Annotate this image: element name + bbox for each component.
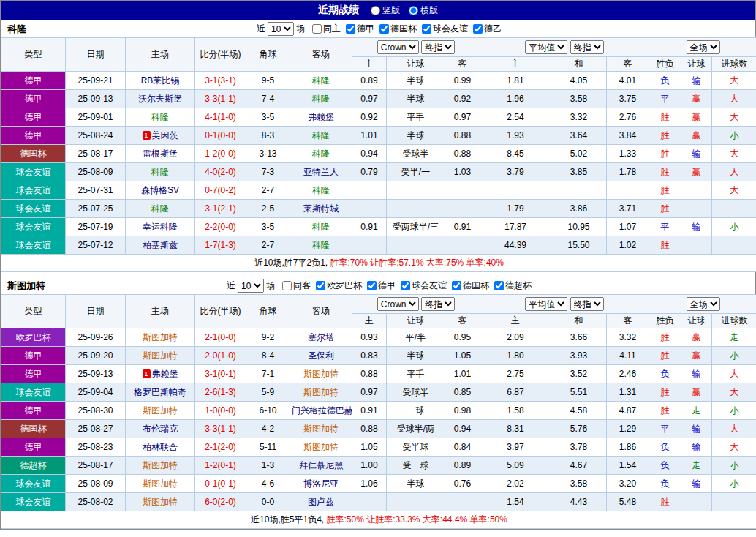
home-team-name[interactable]: 幸运科隆 (143, 222, 178, 232)
competition-filter-checkbox[interactable] (316, 281, 325, 290)
layout-radio[interactable] (409, 6, 418, 15)
competition-filter[interactable]: 同主 (312, 23, 341, 35)
bookmaker-select[interactable]: Crown (377, 297, 419, 311)
handicap-home-odds-cell: 1.06 (352, 475, 387, 493)
home-team-name[interactable]: 斯图加特 (143, 332, 178, 342)
home-team-name[interactable]: 斯图加特 (143, 478, 178, 489)
away-team-name[interactable]: 圣保利 (308, 350, 334, 361)
recent-count-select[interactable]: 10 (238, 279, 264, 293)
scope-select[interactable]: 全场 (687, 297, 720, 311)
goals-result-cell: 大 (712, 108, 756, 127)
bookmaker-time-select[interactable]: 终指 (421, 297, 455, 311)
away-team-name[interactable]: 科隆 (312, 222, 330, 232)
home-team-name[interactable]: RB莱比锡 (141, 75, 180, 86)
competition-filter[interactable]: 德乙 (473, 23, 502, 35)
corner-cell: 6-10 (246, 402, 290, 420)
competition-filter-checkbox[interactable] (473, 24, 483, 34)
home-team-name[interactable]: 雷根斯堡 (143, 149, 178, 159)
average-select[interactable]: 平均值 (525, 297, 567, 311)
home-team-name[interactable]: 布伦瑞克 (143, 424, 178, 434)
home-team-name[interactable]: 斯图加特 (143, 405, 178, 416)
home-team-name[interactable]: 科隆 (151, 167, 169, 177)
match-row: 德甲25-09-21RB莱比锡3-1(3-1)9-5科隆0.89半球0.991.… (1, 72, 756, 90)
away-team-name[interactable]: 科隆 (312, 130, 330, 140)
recent-count-select[interactable]: 10 (268, 22, 294, 36)
competition-filter-checkbox[interactable] (282, 281, 292, 290)
home-team-name[interactable]: 斯图加特 (143, 350, 178, 361)
away-team-name[interactable]: 斯图加特 (303, 442, 339, 452)
away-team-name[interactable]: 门兴格拉德巴赫 (292, 405, 352, 416)
layout-radio-option[interactable]: 横版 (409, 4, 438, 17)
sub-header-result: 胜负 (649, 314, 681, 328)
home-team-name[interactable]: 斯图加特 (143, 497, 178, 507)
competition-filter[interactable]: 德甲 (367, 279, 396, 292)
home-team-name[interactable]: 科隆 (151, 203, 169, 214)
competition-filter[interactable]: 球会友谊 (422, 23, 468, 35)
layout-radio-option[interactable]: 竖版 (371, 4, 400, 17)
goals-result-cell: 小 (712, 402, 756, 420)
competition-filter[interactable]: 德超杯 (494, 279, 532, 292)
away-team-name[interactable]: 斯图加特 (303, 369, 339, 379)
home-team-cell: 斯图加特 (126, 475, 195, 493)
summary-row: 近10场,胜5平1负4, 胜率:50% 让胜率:33.3% 大率:44.4% 单… (1, 511, 756, 529)
handicap-result-cell: 赢 (681, 383, 712, 402)
avg-away-odds-cell: 2.46 (607, 365, 649, 383)
away-team-name[interactable]: 拜仁慕尼黑 (299, 460, 343, 470)
away-team-cell: 科隆 (290, 145, 352, 163)
away-team-name[interactable]: 博洛尼亚 (303, 478, 339, 489)
sub-header-handicap-line: 让球 (387, 57, 445, 72)
average-time-select[interactable]: 终指 (570, 297, 604, 311)
home-team-name[interactable]: 美因茨 (152, 130, 178, 140)
competition-filter[interactable]: 德国杯 (379, 23, 417, 35)
competition-filter-checkbox[interactable] (346, 24, 355, 34)
competition-filter[interactable]: 德国杯 (452, 279, 489, 292)
away-team-name[interactable]: 斯图加特 (303, 424, 339, 434)
scope-select[interactable]: 全场 (687, 40, 720, 54)
competition-filter-checkbox[interactable] (379, 24, 389, 34)
away-team-name[interactable]: 弗赖堡 (308, 112, 334, 122)
bookmaker-select[interactable]: Crown (377, 40, 419, 54)
competition-filter[interactable]: 欧罗巴杯 (316, 279, 362, 292)
handicap-home-odds-cell: 1.05 (352, 438, 387, 457)
away-team-name[interactable]: 图卢兹 (308, 497, 334, 507)
layout-radio[interactable] (371, 6, 380, 15)
away-team-name[interactable]: 科隆 (312, 149, 330, 159)
team-bar: 科隆 近10场同主德甲德国杯球会友谊德乙 (1, 20, 755, 37)
bookmaker-time-select[interactable]: 终指 (421, 40, 455, 54)
away-team-name[interactable]: 莱斯特城 (303, 203, 339, 214)
home-team-name[interactable]: 科隆 (151, 112, 169, 122)
avg-home-odds-cell: 1.54 (480, 493, 551, 511)
home-team-name[interactable]: 柏林联合 (143, 442, 178, 452)
home-team-name[interactable]: 斯图加特 (143, 460, 178, 470)
average-select[interactable]: 平均值 (525, 40, 567, 54)
competition-filter-label: 球会友谊 (433, 23, 468, 35)
away-team-name[interactable]: 亚特兰大 (303, 167, 339, 177)
team-bar: 斯图加特 近10场同客欧罗巴杯德甲球会友谊德国杯德超杯 (1, 277, 755, 294)
home-team-name[interactable]: 柏基斯兹 (143, 240, 178, 250)
competition-filter[interactable]: 德甲 (346, 23, 374, 35)
away-team-name[interactable]: 科隆 (312, 240, 330, 250)
away-team-name[interactable]: 科隆 (312, 185, 330, 195)
home-team-name[interactable]: 格罗巴斯帕奇 (134, 387, 186, 397)
competition-filter-checkbox[interactable] (452, 281, 461, 290)
away-team-name[interactable]: 科隆 (312, 94, 330, 104)
home-team-name[interactable]: 弗赖堡 (152, 369, 178, 379)
away-team-name[interactable]: 塞尔塔 (308, 332, 334, 342)
home-team-name[interactable]: 森博格SV (141, 185, 179, 195)
average-time-select[interactable]: 终指 (570, 40, 604, 54)
away-team-name[interactable]: 科隆 (312, 75, 330, 86)
competition-filter[interactable]: 球会友谊 (401, 279, 447, 292)
competition-filter-checkbox[interactable] (312, 24, 322, 34)
handicap-odds-header: Crown 终指 (352, 295, 480, 314)
competition-filter[interactable]: 同客 (282, 279, 311, 292)
competition-filter-checkbox[interactable] (367, 281, 377, 290)
handicap-result-cell: 输 (681, 145, 712, 163)
competition-filter-checkbox[interactable] (401, 281, 410, 290)
competition-filter-checkbox[interactable] (422, 24, 431, 34)
away-team-name[interactable]: 斯图加特 (303, 387, 339, 397)
avg-home-odds-cell: 3.79 (480, 163, 551, 181)
home-team-name[interactable]: 沃尔夫斯堡 (138, 94, 182, 104)
away-team-cell: 斯图加特 (290, 438, 352, 457)
competition-filter-checkbox[interactable] (494, 281, 504, 290)
corner-cell: 8-3 (246, 127, 290, 145)
